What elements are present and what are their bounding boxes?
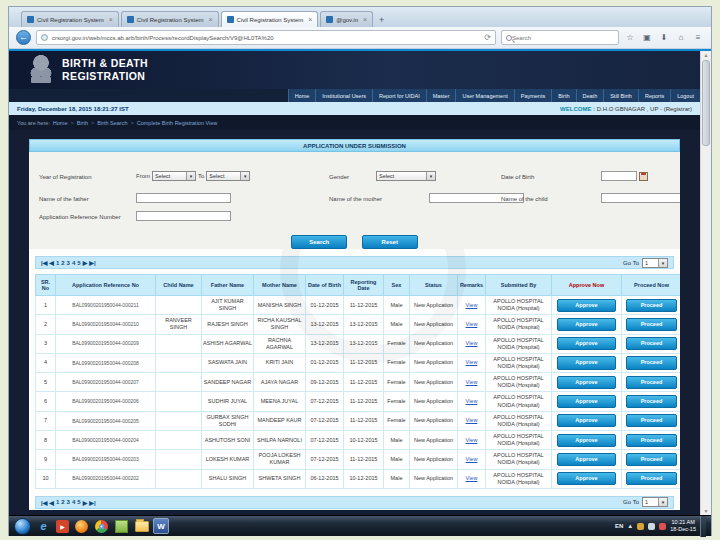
last-page-icon[interactable]: ▶| [89, 499, 95, 506]
nav-menu-item[interactable]: Institutional Users [315, 89, 372, 102]
scroll-up-icon[interactable]: ▲ [701, 52, 711, 58]
tab-civil-registration-1[interactable]: Civil Registration System × [21, 11, 119, 27]
home-icon[interactable]: ⌂ [675, 33, 687, 42]
file-explorer-icon[interactable] [134, 519, 149, 534]
proceed-button[interactable]: Proceed [626, 376, 676, 389]
scroll-down-icon[interactable]: ▼ [701, 508, 711, 514]
approve-button[interactable]: Approve [557, 414, 616, 427]
next-page-icon[interactable]: ▶ [83, 499, 88, 506]
browser-search-box[interactable] [501, 30, 619, 45]
proceed-button[interactable]: Proceed [626, 472, 676, 485]
nav-menu-item[interactable]: User Management [455, 89, 513, 102]
proceed-button[interactable]: Proceed [626, 337, 676, 350]
approve-button[interactable]: Approve [557, 453, 616, 466]
approve-button[interactable]: Approve [557, 472, 616, 485]
tab-civil-registration-2[interactable]: Civil Registration System × [121, 11, 219, 27]
view-link[interactable]: View [466, 379, 478, 385]
page-number-link[interactable]: 1 [56, 260, 59, 266]
prev-page-icon[interactable]: ◀ [49, 499, 54, 506]
gender-select[interactable]: Select ▾ [376, 171, 436, 181]
nav-menu-item[interactable]: Still Birth [603, 89, 638, 102]
firefox-icon[interactable] [74, 519, 89, 534]
approve-button[interactable]: Approve [557, 318, 616, 331]
date-of-birth-input[interactable] [601, 171, 637, 181]
proceed-button[interactable]: Proceed [626, 434, 676, 447]
page-number-link[interactable]: 4 [72, 260, 75, 266]
page-number-link[interactable]: 4 [72, 499, 75, 505]
nav-menu-item[interactable]: Reports [638, 89, 670, 102]
start-button[interactable] [14, 518, 31, 535]
year-to-select[interactable]: Select ▾ [206, 171, 250, 181]
first-page-icon[interactable]: |◀ [41, 499, 47, 506]
view-link[interactable]: View [466, 340, 478, 346]
tab-civil-registration-3-active[interactable]: Civil Registration System × [221, 11, 319, 27]
approve-button[interactable]: Approve [557, 337, 616, 350]
goto-page-select[interactable]: 1 ▾ [642, 258, 668, 268]
nav-menu-item[interactable]: Report for UIDAI [372, 89, 426, 102]
breadcrumb-link[interactable]: Home [53, 120, 68, 126]
tray-expand-icon[interactable]: ▲ [627, 523, 633, 529]
bookmark-star-icon[interactable]: ☆ [624, 33, 636, 42]
word-icon[interactable]: W [154, 519, 168, 533]
view-link[interactable]: View [466, 456, 478, 462]
tray-action-center-icon[interactable] [637, 523, 644, 530]
tray-network-icon[interactable] [648, 523, 655, 530]
year-from-select[interactable]: Select ▾ [152, 171, 196, 181]
page-number-link[interactable]: 3 [67, 260, 70, 266]
scrollbar-thumb[interactable] [702, 60, 710, 146]
first-page-icon[interactable]: |◀ [41, 259, 47, 266]
proceed-button[interactable]: Proceed [626, 356, 676, 369]
approve-button[interactable]: Approve [557, 299, 616, 312]
application-reference-input[interactable] [136, 211, 231, 221]
breadcrumb-link[interactable]: Complete Birth Registration View [137, 120, 218, 126]
browser-scrollbar[interactable]: ▲ ▼ [700, 51, 711, 515]
back-button[interactable]: ← [16, 30, 31, 45]
view-link[interactable]: View [466, 437, 478, 443]
calendar-icon[interactable] [639, 172, 648, 181]
view-link[interactable]: View [466, 321, 478, 327]
url-text[interactable]: crsorgi.gov.in/web/mccs.ab.arb/birth/Pro… [52, 35, 274, 41]
approve-button[interactable]: Approve [557, 356, 616, 369]
page-number-link[interactable]: 5 [77, 260, 80, 266]
language-indicator[interactable]: EN [615, 523, 623, 529]
reload-icon[interactable]: ⟳ [484, 33, 491, 42]
downloads-icon[interactable]: ⬇ [658, 33, 670, 42]
taskbar-clock[interactable]: 10:21 AM 18-Dec-15 [670, 519, 696, 533]
page-number-link[interactable]: 2 [61, 260, 64, 266]
next-page-icon[interactable]: ▶ [83, 259, 88, 266]
proceed-button[interactable]: Proceed [626, 299, 676, 312]
nav-menu-item[interactable]: Payments [514, 89, 551, 102]
bookmarks-menu-icon[interactable]: ▣ [641, 33, 653, 42]
nav-menu-item[interactable]: Master [426, 89, 456, 102]
tab-gov-in[interactable]: @gov.in × [320, 11, 373, 27]
media-player-icon[interactable]: ▶ [56, 520, 69, 533]
nav-menu-item[interactable]: Birth [551, 89, 575, 102]
prev-page-icon[interactable]: ◀ [49, 259, 54, 266]
proceed-button[interactable]: Proceed [626, 318, 676, 331]
goto-page-select[interactable]: 1 ▾ [642, 497, 668, 507]
nav-menu-item[interactable]: Home [288, 89, 316, 102]
menu-hamburger-icon[interactable]: ≡ [692, 33, 704, 42]
sticky-notes-icon[interactable] [114, 519, 129, 534]
search-button[interactable]: Search [291, 235, 347, 249]
tab-close-icon[interactable]: × [308, 16, 312, 23]
approve-button[interactable]: Approve [557, 395, 616, 408]
reset-button[interactable]: Reset [362, 235, 418, 249]
proceed-button[interactable]: Proceed [626, 453, 676, 466]
chrome-icon[interactable] [94, 519, 109, 534]
browser-search-input[interactable] [512, 35, 614, 41]
breadcrumb-link[interactable]: Birth [77, 120, 88, 126]
page-number-link[interactable]: 5 [77, 499, 80, 505]
page-number-link[interactable]: 1 [56, 499, 59, 505]
last-page-icon[interactable]: ▶| [89, 259, 95, 266]
tab-close-icon[interactable]: × [208, 16, 212, 23]
child-name-input[interactable] [601, 193, 680, 203]
proceed-button[interactable]: Proceed [626, 395, 676, 408]
father-name-input[interactable] [136, 193, 231, 203]
view-link[interactable]: View [466, 398, 478, 404]
approve-button[interactable]: Approve [557, 434, 616, 447]
tray-flag-icon[interactable] [659, 523, 666, 530]
nav-menu-item[interactable]: Logout [670, 89, 700, 102]
nav-menu-item[interactable]: Death [576, 89, 604, 102]
page-number-link[interactable]: 2 [61, 499, 64, 505]
